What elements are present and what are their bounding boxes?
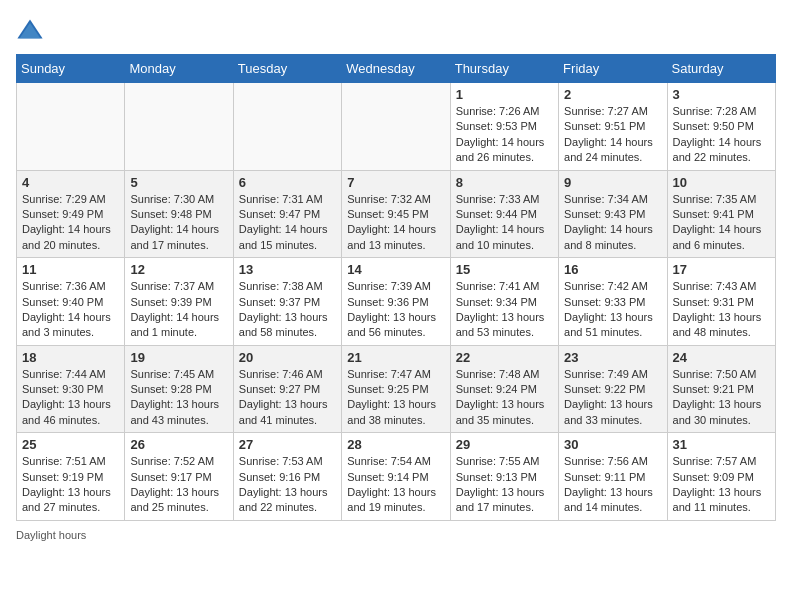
day-info: Sunrise: 7:44 AM Sunset: 9:30 PM Dayligh… xyxy=(22,367,119,429)
day-info: Sunrise: 7:45 AM Sunset: 9:28 PM Dayligh… xyxy=(130,367,227,429)
calendar-cell: 16Sunrise: 7:42 AM Sunset: 9:33 PM Dayli… xyxy=(559,258,667,346)
day-info: Sunrise: 7:56 AM Sunset: 9:11 PM Dayligh… xyxy=(564,454,661,516)
day-number: 12 xyxy=(130,262,227,277)
calendar-cell xyxy=(17,83,125,171)
day-number: 17 xyxy=(673,262,770,277)
day-header-saturday: Saturday xyxy=(667,55,775,83)
calendar-cell: 2Sunrise: 7:27 AM Sunset: 9:51 PM Daylig… xyxy=(559,83,667,171)
day-number: 29 xyxy=(456,437,553,452)
day-info: Sunrise: 7:51 AM Sunset: 9:19 PM Dayligh… xyxy=(22,454,119,516)
calendar-cell: 26Sunrise: 7:52 AM Sunset: 9:17 PM Dayli… xyxy=(125,433,233,521)
day-number: 24 xyxy=(673,350,770,365)
day-number: 11 xyxy=(22,262,119,277)
day-number: 7 xyxy=(347,175,444,190)
calendar-cell: 6Sunrise: 7:31 AM Sunset: 9:47 PM Daylig… xyxy=(233,170,341,258)
footer-note: Daylight hours xyxy=(16,529,776,541)
calendar-cell: 28Sunrise: 7:54 AM Sunset: 9:14 PM Dayli… xyxy=(342,433,450,521)
calendar-cell: 25Sunrise: 7:51 AM Sunset: 9:19 PM Dayli… xyxy=(17,433,125,521)
day-number: 5 xyxy=(130,175,227,190)
calendar-cell: 5Sunrise: 7:30 AM Sunset: 9:48 PM Daylig… xyxy=(125,170,233,258)
day-number: 9 xyxy=(564,175,661,190)
day-header-thursday: Thursday xyxy=(450,55,558,83)
day-number: 31 xyxy=(673,437,770,452)
day-number: 23 xyxy=(564,350,661,365)
day-number: 18 xyxy=(22,350,119,365)
logo xyxy=(16,16,48,44)
calendar-week-1: 4Sunrise: 7:29 AM Sunset: 9:49 PM Daylig… xyxy=(17,170,776,258)
day-header-friday: Friday xyxy=(559,55,667,83)
day-header-tuesday: Tuesday xyxy=(233,55,341,83)
calendar-cell xyxy=(342,83,450,171)
day-number: 13 xyxy=(239,262,336,277)
day-info: Sunrise: 7:48 AM Sunset: 9:24 PM Dayligh… xyxy=(456,367,553,429)
calendar-cell: 13Sunrise: 7:38 AM Sunset: 9:37 PM Dayli… xyxy=(233,258,341,346)
calendar-cell: 17Sunrise: 7:43 AM Sunset: 9:31 PM Dayli… xyxy=(667,258,775,346)
day-number: 21 xyxy=(347,350,444,365)
day-info: Sunrise: 7:27 AM Sunset: 9:51 PM Dayligh… xyxy=(564,104,661,166)
day-number: 25 xyxy=(22,437,119,452)
day-number: 20 xyxy=(239,350,336,365)
calendar-week-2: 11Sunrise: 7:36 AM Sunset: 9:40 PM Dayli… xyxy=(17,258,776,346)
day-header-monday: Monday xyxy=(125,55,233,83)
calendar-week-4: 25Sunrise: 7:51 AM Sunset: 9:19 PM Dayli… xyxy=(17,433,776,521)
day-info: Sunrise: 7:46 AM Sunset: 9:27 PM Dayligh… xyxy=(239,367,336,429)
day-number: 1 xyxy=(456,87,553,102)
calendar-cell: 30Sunrise: 7:56 AM Sunset: 9:11 PM Dayli… xyxy=(559,433,667,521)
calendar-cell: 20Sunrise: 7:46 AM Sunset: 9:27 PM Dayli… xyxy=(233,345,341,433)
day-info: Sunrise: 7:49 AM Sunset: 9:22 PM Dayligh… xyxy=(564,367,661,429)
calendar-cell: 29Sunrise: 7:55 AM Sunset: 9:13 PM Dayli… xyxy=(450,433,558,521)
calendar-cell: 14Sunrise: 7:39 AM Sunset: 9:36 PM Dayli… xyxy=(342,258,450,346)
calendar-cell: 19Sunrise: 7:45 AM Sunset: 9:28 PM Dayli… xyxy=(125,345,233,433)
page-header xyxy=(16,16,776,44)
calendar: SundayMondayTuesdayWednesdayThursdayFrid… xyxy=(16,54,776,521)
day-info: Sunrise: 7:57 AM Sunset: 9:09 PM Dayligh… xyxy=(673,454,770,516)
calendar-cell: 4Sunrise: 7:29 AM Sunset: 9:49 PM Daylig… xyxy=(17,170,125,258)
calendar-cell: 12Sunrise: 7:37 AM Sunset: 9:39 PM Dayli… xyxy=(125,258,233,346)
calendar-cell: 15Sunrise: 7:41 AM Sunset: 9:34 PM Dayli… xyxy=(450,258,558,346)
calendar-header-row: SundayMondayTuesdayWednesdayThursdayFrid… xyxy=(17,55,776,83)
logo-icon xyxy=(16,16,44,44)
calendar-cell: 8Sunrise: 7:33 AM Sunset: 9:44 PM Daylig… xyxy=(450,170,558,258)
calendar-cell: 22Sunrise: 7:48 AM Sunset: 9:24 PM Dayli… xyxy=(450,345,558,433)
day-info: Sunrise: 7:31 AM Sunset: 9:47 PM Dayligh… xyxy=(239,192,336,254)
day-number: 10 xyxy=(673,175,770,190)
day-number: 6 xyxy=(239,175,336,190)
day-info: Sunrise: 7:53 AM Sunset: 9:16 PM Dayligh… xyxy=(239,454,336,516)
calendar-cell: 10Sunrise: 7:35 AM Sunset: 9:41 PM Dayli… xyxy=(667,170,775,258)
day-info: Sunrise: 7:29 AM Sunset: 9:49 PM Dayligh… xyxy=(22,192,119,254)
calendar-cell: 24Sunrise: 7:50 AM Sunset: 9:21 PM Dayli… xyxy=(667,345,775,433)
day-number: 8 xyxy=(456,175,553,190)
day-info: Sunrise: 7:28 AM Sunset: 9:50 PM Dayligh… xyxy=(673,104,770,166)
day-info: Sunrise: 7:30 AM Sunset: 9:48 PM Dayligh… xyxy=(130,192,227,254)
day-info: Sunrise: 7:37 AM Sunset: 9:39 PM Dayligh… xyxy=(130,279,227,341)
day-header-wednesday: Wednesday xyxy=(342,55,450,83)
day-info: Sunrise: 7:34 AM Sunset: 9:43 PM Dayligh… xyxy=(564,192,661,254)
day-number: 19 xyxy=(130,350,227,365)
calendar-cell xyxy=(125,83,233,171)
day-info: Sunrise: 7:35 AM Sunset: 9:41 PM Dayligh… xyxy=(673,192,770,254)
day-number: 30 xyxy=(564,437,661,452)
day-info: Sunrise: 7:41 AM Sunset: 9:34 PM Dayligh… xyxy=(456,279,553,341)
day-number: 27 xyxy=(239,437,336,452)
day-info: Sunrise: 7:42 AM Sunset: 9:33 PM Dayligh… xyxy=(564,279,661,341)
calendar-cell: 11Sunrise: 7:36 AM Sunset: 9:40 PM Dayli… xyxy=(17,258,125,346)
day-info: Sunrise: 7:50 AM Sunset: 9:21 PM Dayligh… xyxy=(673,367,770,429)
day-number: 2 xyxy=(564,87,661,102)
calendar-cell: 9Sunrise: 7:34 AM Sunset: 9:43 PM Daylig… xyxy=(559,170,667,258)
calendar-cell: 18Sunrise: 7:44 AM Sunset: 9:30 PM Dayli… xyxy=(17,345,125,433)
day-info: Sunrise: 7:55 AM Sunset: 9:13 PM Dayligh… xyxy=(456,454,553,516)
calendar-cell: 27Sunrise: 7:53 AM Sunset: 9:16 PM Dayli… xyxy=(233,433,341,521)
calendar-cell: 1Sunrise: 7:26 AM Sunset: 9:53 PM Daylig… xyxy=(450,83,558,171)
calendar-cell: 3Sunrise: 7:28 AM Sunset: 9:50 PM Daylig… xyxy=(667,83,775,171)
day-number: 3 xyxy=(673,87,770,102)
day-info: Sunrise: 7:38 AM Sunset: 9:37 PM Dayligh… xyxy=(239,279,336,341)
day-info: Sunrise: 7:43 AM Sunset: 9:31 PM Dayligh… xyxy=(673,279,770,341)
day-info: Sunrise: 7:33 AM Sunset: 9:44 PM Dayligh… xyxy=(456,192,553,254)
day-info: Sunrise: 7:54 AM Sunset: 9:14 PM Dayligh… xyxy=(347,454,444,516)
day-number: 4 xyxy=(22,175,119,190)
calendar-week-0: 1Sunrise: 7:26 AM Sunset: 9:53 PM Daylig… xyxy=(17,83,776,171)
day-info: Sunrise: 7:52 AM Sunset: 9:17 PM Dayligh… xyxy=(130,454,227,516)
day-number: 26 xyxy=(130,437,227,452)
calendar-cell: 31Sunrise: 7:57 AM Sunset: 9:09 PM Dayli… xyxy=(667,433,775,521)
day-number: 22 xyxy=(456,350,553,365)
